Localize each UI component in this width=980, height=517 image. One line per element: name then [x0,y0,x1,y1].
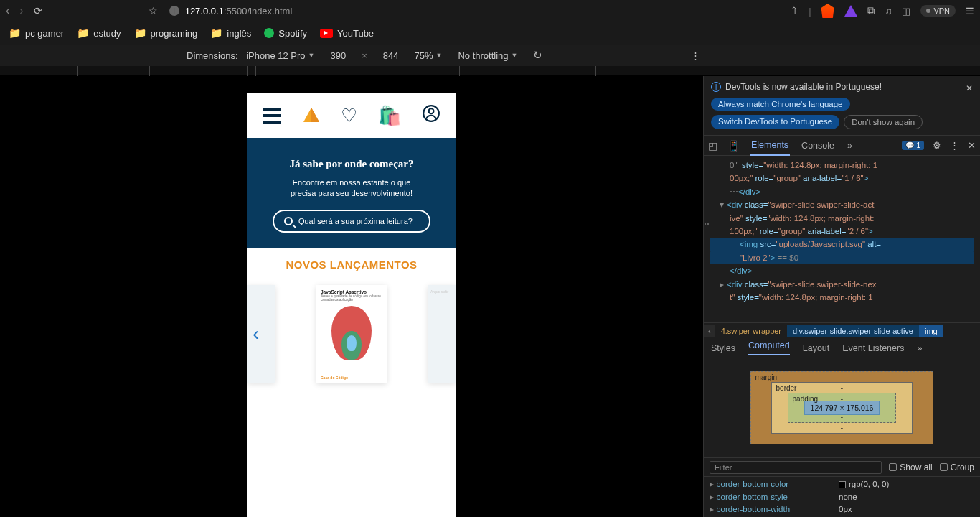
site-info-icon[interactable]: i [169,6,179,16]
brave-shields-icon[interactable] [821,4,834,18]
bookmarks-bar: 📁pc gamer 📁estudy 📁programing 📁inglês Sp… [0,22,980,45]
breadcrumb-item: div.swiper-slide.swiper-slide-active [787,325,919,337]
brave-rewards-icon[interactable] [844,5,857,17]
favorites-icon[interactable]: ♡ [341,105,357,127]
subtab-styles[interactable]: Styles [711,343,735,353]
music-icon[interactable]: ♫ [885,6,892,17]
back-button[interactable]: ‹ [6,4,9,17]
sidebar-icon[interactable]: ◫ [902,6,910,17]
breadcrumb-scroll-left[interactable]: ‹ [704,325,715,337]
hero-title: Já sabe por onde começar? [260,158,443,170]
dont-show-button[interactable]: Don't show again [844,115,923,129]
bookmark-folder[interactable]: 📁pc gamer [9,27,64,39]
bag-icon[interactable]: 🛍️ [378,105,401,127]
carousel: ‹ JavaScript Assertivo Testes e qualidad… [247,276,456,391]
url-path: :5500/index.html [224,6,292,17]
book-prev-peek [247,285,275,383]
bookmark-icon[interactable]: ☆ [149,5,158,17]
subtab-layout[interactable]: Layout [803,343,830,353]
bookmark-folder[interactable]: 📁inglês [210,27,251,39]
menu-icon[interactable]: ☰ [966,6,974,17]
search-placeholder: Qual será a sua próxima leitura? [298,217,413,225]
subtabs-more-icon[interactable]: » [917,343,922,353]
book-next-peek: Arque softv [428,285,456,383]
elements-breadcrumb[interactable]: ‹ 4.swiper-wrapper div.swiper-slide.swip… [704,322,980,338]
device-mode-icon[interactable]: 📱 [727,140,740,152]
zoom-selector[interactable]: 75% ▼ [414,50,442,61]
forward-button[interactable]: › [19,4,23,17]
subtab-events[interactable]: Event Listeners [842,343,904,353]
browser-toolbar: ‹ › ⟳ ☆ i 127.0.0.1:5500/index.html ⇧ | … [0,0,980,22]
section-title: NOVOS LANÇAMENTOS [247,248,456,276]
tab-console[interactable]: Console [800,136,836,155]
book-cover-art [331,306,372,360]
tab-elements[interactable]: Elements [750,136,790,156]
book-title: JavaScript Assertivo [321,289,382,294]
throttle-selector[interactable]: No throttling ▼ [458,50,517,61]
box-model[interactable]: margin --- border ---- padding ---- 124.… [704,358,980,458]
device-menu-icon[interactable]: ⋮ [691,50,700,61]
switch-language-button[interactable]: Switch DevTools to Portuguese [711,115,839,129]
breadcrumb-item: img [919,325,943,337]
profile-icon[interactable] [422,104,440,128]
computed-filter-row: Filter Show all Group [704,458,980,477]
devtools-tabs: ◰ 📱 Elements Console » 💬 1 ⚙ ⋮ ✕ [704,136,980,156]
devtools-menu-icon[interactable]: ⋮ [950,140,959,151]
vpn-button[interactable]: VPN [920,5,956,17]
show-all-checkbox[interactable]: Show all [889,462,932,472]
bookmark-youtube[interactable]: YouTube [320,28,374,39]
browser-right: ⇧ | ⧉ ♫ ◫ VPN ☰ [790,4,974,18]
carousel-prev-icon[interactable]: ‹ [253,322,259,345]
search-icon [284,217,293,225]
info-icon: i [711,82,721,92]
share-icon[interactable]: ⇧ [790,5,798,17]
subtab-computed[interactable]: Computed [748,340,790,355]
devtools-panel: i DevTools is now available in Portugues… [703,76,980,517]
elements-tree[interactable]: ⋯ 0" style="width: 124.8px; margin-right… [704,156,980,322]
issues-badge[interactable]: 💬 1 [902,141,924,150]
ruler [0,66,980,76]
app-header: ♡ 🛍️ [247,93,456,138]
book-card[interactable]: JavaScript Assertivo Testes e qualidade … [316,285,387,383]
bookmark-folder[interactable]: 📁estudy [77,27,121,39]
devtools-close-icon[interactable]: ✕ [968,140,976,151]
device-width[interactable]: 390 [330,50,346,61]
bookmark-spotify[interactable]: Spotify [264,28,307,39]
banner-text: DevTools is now available in Portuguese! [725,82,882,92]
device-height[interactable]: 844 [383,50,399,61]
styles-tabs: Styles Computed Layout Event Listeners » [704,338,980,358]
rotate-icon[interactable]: ↻ [533,49,542,62]
book-subtitle: Testes e qualidade de código em todas as… [321,294,382,302]
filter-input[interactable]: Filter [710,461,882,474]
menu-icon[interactable] [263,108,281,124]
devtools-banner: i DevTools is now available in Portugues… [704,76,980,136]
group-checkbox[interactable]: Group [940,462,974,472]
search-input[interactable]: Qual será a sua próxima leitura? [273,210,430,233]
device-toolbar: Dimensions: iPhone 12 Pro ▼ 390 × 844 75… [0,45,980,66]
url-host: 127.0.0.1 [185,6,224,17]
svg-point-1 [428,108,433,113]
bookmark-folder[interactable]: 📁programing [134,27,198,39]
device-selector[interactable]: Dimensions: iPhone 12 Pro ▼ [187,50,314,61]
breadcrumb-item: 4.swiper-wrapper [715,325,787,337]
extensions-icon[interactable]: ⧉ [867,4,875,17]
phone-frame: ♡ 🛍️ Já sabe por onde começar? Encontre … [247,93,456,517]
address-bar[interactable]: i 127.0.0.1:5500/index.html [169,6,293,17]
hero-text: Encontre em nossa estante o queprecisa p… [260,177,443,200]
hero-banner: Já sabe por onde começar? Encontre em no… [247,138,456,248]
match-language-button[interactable]: Always match Chrome's language [711,98,850,111]
dim-sep: × [362,50,367,61]
logo-icon[interactable] [302,106,321,125]
nav-arrows: ‹ › [6,4,24,17]
tabs-more-icon[interactable]: » [846,136,854,155]
device-viewport: ♡ 🛍️ Já sabe por onde começar? Encontre … [0,76,703,517]
book-publisher: Casa do Código [321,376,348,380]
close-icon[interactable]: ✕ [966,83,973,93]
reload-button[interactable]: ⟳ [34,5,42,17]
computed-properties[interactable]: border-bottom-colorrgb(0, 0, 0) border-b… [704,477,980,517]
inspect-icon[interactable]: ◰ [708,140,717,152]
settings-icon[interactable]: ⚙ [933,140,941,151]
